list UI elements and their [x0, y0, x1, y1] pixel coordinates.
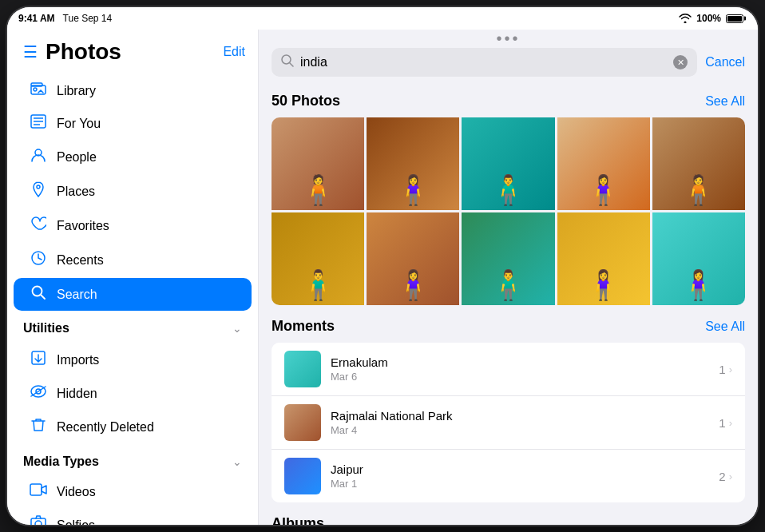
- sidebar: ☰ Photos Edit Library: [7, 30, 259, 525]
- moment-count: 1: [719, 363, 725, 376]
- photos-see-all[interactable]: See All: [705, 94, 745, 109]
- photo-figure: 🧍‍♀️: [557, 117, 650, 210]
- moment-item-rajmalai[interactable]: Rajmalai National Park Mar 4 1 ›: [272, 396, 745, 450]
- content-topbar: •••: [259, 30, 758, 48]
- media-types-label: Media Types: [23, 455, 99, 469]
- search-input[interactable]: [300, 55, 667, 69]
- sidebar-item-favorites[interactable]: Favorites: [14, 209, 252, 242]
- edit-button[interactable]: Edit: [223, 45, 245, 59]
- status-bar: 9:41 AM Tue Sep 14 100%: [7, 7, 758, 30]
- svg-line-24: [290, 63, 294, 67]
- media-types-section-header: Media Types ⌄: [7, 448, 258, 472]
- svg-point-2: [34, 88, 37, 91]
- videos-icon: [30, 483, 47, 500]
- sidebar-item-recently-deleted[interactable]: Recently Deleted: [14, 410, 252, 444]
- photo-figure: 🧍‍♂️: [462, 117, 554, 210]
- sidebar-item-library[interactable]: Library: [14, 75, 252, 106]
- sidebar-item-imports-label: Imports: [57, 353, 99, 367]
- moment-info: Ernakulam Mar 6: [331, 355, 709, 383]
- sidebar-item-for-you[interactable]: For You: [14, 107, 252, 140]
- photo-cell[interactable]: 🧍‍♀️: [557, 117, 650, 210]
- photo-cell[interactable]: 🧍: [652, 117, 745, 210]
- sidebar-item-hidden[interactable]: Hidden: [14, 378, 252, 409]
- status-time: 9:41 AM: [18, 13, 55, 24]
- photo-cell[interactable]: 🧍‍♀️: [367, 117, 459, 210]
- photo-figure: 🧍‍♀️: [367, 117, 459, 210]
- utilities-section-header: Utilities ⌄: [7, 315, 258, 339]
- moment-count: 2: [719, 470, 725, 483]
- wifi-icon: [679, 14, 692, 23]
- sidebar-item-people-label: People: [57, 150, 97, 165]
- library-icon: [30, 82, 47, 99]
- moment-title: Jaipur: [331, 463, 709, 476]
- sidebar-title: Photos: [46, 39, 121, 65]
- sidebar-item-people[interactable]: People: [14, 141, 252, 173]
- for-you-icon: [30, 114, 47, 133]
- photo-figure: 🧍‍♂️: [462, 212, 554, 305]
- photo-figure: 🧍‍♂️: [272, 212, 364, 305]
- moment-info: Jaipur Mar 1: [331, 463, 709, 490]
- sidebar-item-imports[interactable]: Imports: [14, 343, 252, 377]
- sidebar-item-selfies[interactable]: Selfies: [14, 508, 252, 525]
- sidebar-item-recently-deleted-label: Recently Deleted: [57, 420, 154, 435]
- photo-cell[interactable]: 🧍‍♀️: [367, 212, 459, 305]
- sidebar-main-section: Library For You: [7, 71, 258, 315]
- moments-see-all[interactable]: See All: [705, 320, 745, 334]
- moment-title: Ernakulam: [331, 355, 709, 369]
- moment-thumb-jaipur: [284, 458, 321, 494]
- moment-item-jaipur[interactable]: Jaipur Mar 1 2 ›: [272, 450, 745, 502]
- sidebar-item-library-label: Library: [57, 84, 96, 98]
- utilities-section: Imports Hidden: [7, 339, 258, 448]
- sidebar-item-places[interactable]: Places: [14, 174, 252, 208]
- sidebar-item-favorites-label: Favorites: [57, 219, 109, 233]
- status-date: Tue Sep 14: [63, 13, 113, 24]
- albums-header: Albums: [272, 515, 745, 525]
- sidebar-item-search-label: Search: [57, 288, 97, 302]
- photo-figure: 🧍‍♀️: [367, 212, 459, 305]
- sidebar-item-search[interactable]: Search: [14, 278, 252, 311]
- battery-percent: 100%: [696, 13, 721, 24]
- svg-line-11: [41, 295, 45, 299]
- trash-icon: [30, 417, 47, 437]
- moment-info: Rajmalai National Park Mar 4: [331, 409, 709, 436]
- sidebar-item-for-you-label: For You: [57, 117, 101, 131]
- photo-cell[interactable]: 🧍‍♂️: [462, 212, 554, 305]
- photo-figure: 🧍: [272, 117, 364, 210]
- search-bar-container: ✕ Cancel: [259, 48, 758, 86]
- photo-cell[interactable]: 🧍‍♂️: [272, 212, 364, 305]
- clear-search-button[interactable]: ✕: [673, 55, 688, 69]
- photo-figure: 🧍‍♀️: [557, 212, 650, 305]
- cancel-button[interactable]: Cancel: [705, 55, 745, 69]
- battery-icon: [726, 14, 743, 23]
- svg-rect-16: [30, 484, 42, 495]
- clock-icon: [30, 250, 47, 270]
- utilities-chevron[interactable]: ⌄: [232, 322, 242, 335]
- moment-meta: 1 ›: [719, 416, 732, 430]
- svg-point-18: [35, 521, 42, 525]
- sidebar-header: ☰ Photos Edit: [7, 30, 258, 71]
- imports-icon: [30, 350, 47, 370]
- moment-count: 1: [719, 416, 725, 430]
- moments-header: Moments See All: [272, 318, 745, 335]
- people-icon: [30, 148, 47, 166]
- sidebar-item-videos[interactable]: Videos: [14, 476, 252, 507]
- sidebar-item-recents[interactable]: Recents: [14, 243, 252, 277]
- sidebar-item-selfies-label: Selfies: [57, 518, 95, 526]
- photo-cell[interactable]: 🧍: [272, 117, 364, 210]
- photo-cell[interactable]: 🧍‍♀️: [652, 212, 745, 305]
- moment-thumb-ernakulam: [284, 351, 321, 387]
- more-options-icon[interactable]: •••: [496, 30, 520, 48]
- photo-cell[interactable]: 🧍‍♀️: [557, 212, 650, 305]
- photo-figure: 🧍: [652, 117, 745, 210]
- hidden-icon: [30, 385, 47, 402]
- svg-rect-1: [31, 83, 42, 86]
- sidebar-toggle-icon[interactable]: ☰: [23, 42, 38, 62]
- moment-item-ernakulam[interactable]: Ernakulam Mar 6 1 ›: [272, 343, 745, 396]
- photo-cell[interactable]: 🧍‍♂️: [462, 117, 554, 210]
- main-content: ••• ✕ Cancel: [259, 30, 758, 525]
- chevron-right-icon: ›: [729, 470, 732, 482]
- selfies-icon: [30, 515, 47, 525]
- media-types-chevron[interactable]: ⌄: [232, 455, 242, 468]
- sidebar-item-hidden-label: Hidden: [57, 387, 97, 401]
- moments-list: Ernakulam Mar 6 1 › Rajmalai: [272, 343, 745, 502]
